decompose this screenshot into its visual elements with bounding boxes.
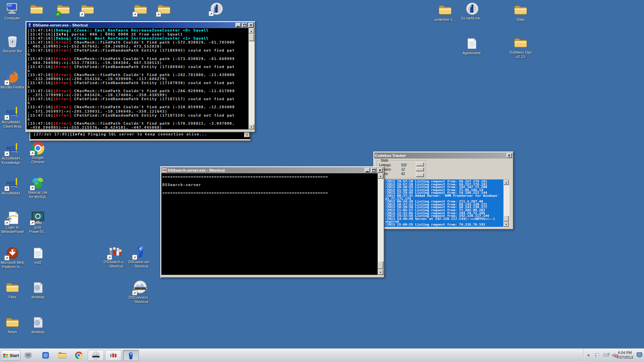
svg-text:OSTING: OSTING [10, 115, 17, 117]
ff-characters-icon [162, 168, 167, 173]
svg-text:OSTING: OSTING [10, 151, 17, 153]
desktop-icon-agreement[interactable]: Agreement [459, 37, 485, 55]
desktop-icon-computer[interactable]: Computer [0, 2, 25, 20]
scroll-down-icon[interactable]: ▼ [249, 124, 254, 129]
scroll-down-icon[interactable]: ▼ [503, 222, 509, 227]
final-fantasy-logo-icon: FINAL FANTASY XI ↗ [133, 279, 147, 295]
dsgame-scrollbar[interactable]: ▲ ▼ [249, 28, 254, 129]
window-dssearch-server[interactable]: DSSearch-server.exe - Shortcut × =======… [160, 166, 384, 278]
firefox-icon: ↗ [5, 70, 19, 84]
codebox-titlebar[interactable]: Codebox Tracker × [374, 153, 513, 159]
quicklaunch-blue-app[interactable] [41, 351, 50, 360]
clock-time: 6:04 PM [614, 350, 635, 355]
desktop-icon-ms-web-platform[interactable]: ↗ Microsoft Web Platform In... [0, 246, 25, 269]
desktop-icon-folder-shortcut-3[interactable]: ↗ [151, 3, 177, 16]
tray-network-icon[interactable] [603, 353, 610, 359]
tray-chevron-icon[interactable]: « [586, 354, 591, 357]
silver-orb-icon: ↗ [210, 2, 224, 15]
desktop-icon-login-websitepanel[interactable]: e ↗ Login to WebsitePanel [0, 211, 25, 234]
system-file-gear-icon [31, 281, 45, 294]
scroll-down-icon[interactable]: ▼ [378, 269, 383, 275]
dssearch-scrollbar[interactable]: ▲ ▼ [378, 173, 383, 275]
desktop-icon-jv16[interactable]: ↗ jv16 PowerTo... [25, 211, 51, 234]
jv16-powertools-icon: ↗ [31, 211, 45, 225]
maximize-button[interactable] [242, 23, 247, 27]
stats-group-label: Stats [380, 159, 389, 162]
desktop-icon-underline[interactable]: underline-1... [432, 3, 458, 22]
stats-button-2[interactable] [416, 167, 424, 171]
taskbar-button-dsgame[interactable] [123, 350, 139, 361]
desktop-icon-files[interactable]: Files [0, 281, 25, 299]
dsgame-console[interactable]: [15:47:14][Debug] CZone:: East_Ronfaure … [26, 28, 254, 129]
dsgame-titlebar[interactable]: DSGame-server.exe - Shortcut × [26, 22, 254, 28]
dssearch-console[interactable]: ========================================… [161, 173, 383, 275]
desktop-icon-folder-1[interactable] [23, 3, 50, 16]
desktop-icon-desktop-ini-2[interactable]: desktop [25, 316, 51, 334]
quicklaunch-chrome[interactable] [74, 351, 83, 360]
desktop-icon-md2[interactable]: md2 [25, 246, 51, 265]
desktop-icon-news[interactable]: News [0, 316, 25, 334]
desktop-icon-accuweb-third[interactable]: ACCUOSTING ↗ AccuWebH... [0, 177, 25, 195]
show-desktop-button[interactable] [637, 352, 643, 359]
desktop-icon-accuweb-knowledge[interactable]: ACCUOSTING ↗ AccuWebH... Knowledge... [0, 142, 25, 165]
silver-orb-icon [465, 2, 479, 15]
desktop-icon-accuweb-client[interactable]: ACCUOSTING ↗ AccuWebH... Client Area [0, 106, 25, 129]
scroll-up-icon[interactable]: ▲ [503, 180, 509, 185]
quicklaunch-system-tool[interactable] [24, 351, 33, 360]
desktop[interactable]: Computer ✓ ↗ ↗ ↗ ↗ [0, 0, 644, 362]
crystal-icon: ↗ [133, 244, 147, 259]
internet-explorer-page-icon: e ↗ [5, 211, 19, 225]
tracker-log-scrollbar[interactable]: ▲ ▼ [503, 180, 509, 227]
maximize-button[interactable] [371, 168, 376, 173]
desktop-icon-navicat[interactable]: ↗ Navicat Lite for MySQL [25, 176, 51, 199]
desktop-icon-chrome[interactable]: ↗ Google Chrome [25, 141, 51, 164]
icon-label: Google Chrome [31, 156, 44, 164]
window-codebox-tracker[interactable]: Codebox Tracker × Stats Listings: 532 Se… [373, 152, 514, 230]
icon-label: l2uthless Ops v2.13 [509, 50, 532, 59]
taskbar[interactable]: Start « [0, 348, 644, 362]
taskbar-button-dssearch[interactable] [105, 350, 121, 361]
desktop-icon-l2uthless[interactable]: l2uthless Ops v2.13 [507, 36, 534, 59]
folder-icon [514, 36, 528, 50]
minimize-button[interactable] [365, 168, 370, 173]
close-button[interactable]: × [377, 168, 383, 173]
scroll-thumb[interactable] [249, 34, 254, 41]
tracker-log-listbox[interactable]: 7/2013 19:57:10 Listing request from: 58… [377, 179, 509, 227]
icon-label: DSGame-ser... - Shortcut [128, 260, 153, 268]
quicklaunch-explorer[interactable] [58, 351, 67, 360]
desktop-icon-folder-checked[interactable]: ✓ [50, 3, 76, 16]
tray-clock[interactable]: 6:04 PM 7/27/2013 [614, 350, 635, 360]
desktop-icon-dssearch-shortcut[interactable]: ↗ DSSearch-s... - Shortcut [102, 246, 128, 268]
shortcut-arrow-icon: ↗ [4, 220, 9, 225]
scroll-thumb[interactable] [503, 216, 509, 222]
scroll-down-icon[interactable]: ▼ [244, 132, 250, 137]
desktop-icon-app-shortcut-top[interactable]: ↗ [204, 2, 230, 15]
desktop-icon-desktop-ini-1[interactable]: desktop [25, 281, 51, 299]
icon-label: underline-1... [434, 17, 456, 22]
scroll-thumb[interactable] [378, 261, 383, 269]
desktop-icon-firefox[interactable]: ↗ Mozilla Firefox [0, 70, 25, 89]
desktop-icon-dsconnect-shortcut[interactable]: FINAL FANTASY XI ↗ DSConnect-... - Short… [127, 279, 153, 304]
desktop-icon-data[interactable]: Data [507, 3, 534, 22]
desktop-icon-dsgame-shortcut[interactable]: ↗ DSGame-ser... - Shortcut [127, 244, 153, 268]
stats-button-3[interactable] [416, 173, 424, 177]
minimize-button[interactable] [235, 23, 241, 27]
desktop-icon-gloarbline[interactable]: GLoarbLine... [459, 2, 485, 20]
close-button[interactable]: × [248, 23, 254, 27]
desktop-icon-recycle-bin[interactable]: Recycle Bin [0, 35, 25, 53]
folder-icon [514, 3, 528, 17]
clock-date: 7/27/2013 [614, 355, 635, 360]
dssearch-titlebar[interactable]: DSSearch-server.exe - Shortcut × [161, 167, 383, 173]
scroll-up-icon[interactable]: ▲ [249, 28, 254, 34]
window-title: Codebox Tracker [375, 154, 505, 158]
icon-label: Agreement [463, 51, 481, 55]
tray-flag-icon[interactable] [594, 353, 600, 359]
taskbar-button-dsconnect[interactable] [88, 350, 104, 361]
desktop-icon-folder-shortcut-2[interactable]: ↗ [127, 3, 154, 16]
window-dsgame-server[interactable]: DSGame-server.exe - Shortcut × [15:47:14… [25, 21, 255, 132]
close-button[interactable]: × [506, 153, 512, 158]
stats-button-1[interactable] [416, 162, 424, 166]
desktop-icon-folder-shortcut-1[interactable]: ↗ [74, 3, 101, 16]
scroll-up-icon[interactable]: ▲ [378, 173, 383, 179]
start-button[interactable]: Start [1, 350, 20, 361]
